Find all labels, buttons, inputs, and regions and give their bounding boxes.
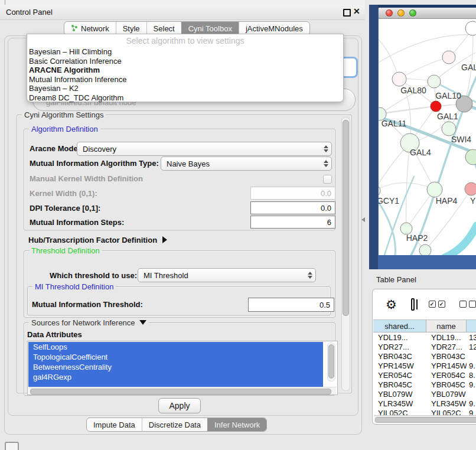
attribute-item-selfloops[interactable]: SelfLoops bbox=[28, 342, 323, 352]
zoom-traffic-light[interactable] bbox=[409, 9, 416, 17]
network-node[interactable] bbox=[465, 182, 476, 195]
mi-steps-field[interactable]: 6 bbox=[250, 216, 335, 229]
network-node[interactable] bbox=[442, 51, 455, 64]
table-body: YDL19...YDL19...13YDR27...YDR27...12YBR0… bbox=[373, 332, 476, 418]
table-row[interactable]: YPR145WYPR145W9. bbox=[373, 361, 476, 370]
network-node[interactable] bbox=[442, 122, 456, 136]
collapsed-arrow-icon bbox=[162, 236, 167, 243]
tab-cyni-toolbox[interactable]: Cyni Toolbox bbox=[181, 22, 239, 35]
mode-tab-infer-network[interactable]: Infer Network bbox=[207, 418, 266, 431]
table-cell: 9. bbox=[467, 361, 476, 370]
attribute-item-betweennesscentrality[interactable]: BetweennessCentrality bbox=[28, 362, 323, 372]
network-node[interactable] bbox=[465, 149, 476, 165]
network-node[interactable] bbox=[392, 72, 406, 86]
table-row[interactable]: YLR345WYLR345W9. bbox=[373, 399, 476, 408]
table-row[interactable]: YBR045CYBR045C9. bbox=[373, 380, 476, 389]
minimize-traffic-light[interactable] bbox=[397, 9, 405, 17]
table-hscrollbar-thumb[interactable] bbox=[375, 417, 476, 423]
attribute-item-topologicalcoefficient[interactable]: TopologicalCoefficient bbox=[28, 352, 323, 362]
floating-panel-icon[interactable] bbox=[5, 442, 19, 450]
kernel-width-label: Kernel Width (0,1): bbox=[30, 189, 97, 198]
column-header-shared[interactable]: shared... bbox=[373, 320, 426, 332]
settings-scrollbar-thumb[interactable] bbox=[343, 120, 349, 316]
table-row[interactable]: YDR27...YDR27...12 bbox=[373, 342, 476, 351]
table-cell: YBR043C bbox=[426, 351, 467, 361]
table-hscrollbar[interactable] bbox=[374, 415, 476, 423]
kernel-width-field[interactable]: 0.0 bbox=[250, 187, 335, 200]
attributes-hscrollbar-thumb[interactable] bbox=[30, 389, 331, 394]
table-cell: YLR345W bbox=[373, 399, 426, 408]
algorithm-option-bayesian-hill-climbing[interactable]: Bayesian – Hill Climbing bbox=[29, 47, 341, 57]
close-icon[interactable]: ✕ bbox=[353, 6, 360, 16]
attributes-vscrollbar[interactable] bbox=[327, 343, 335, 381]
mi-threshold-label: Mutual Information Threshold: bbox=[32, 300, 143, 309]
algorithm-option-aracne-algorithm[interactable]: ARACNE Algorithm bbox=[29, 66, 341, 75]
mode-tab-impute-data[interactable]: Impute Data bbox=[87, 418, 142, 431]
data-attributes-items: SelfLoopsTopologicalCoefficientBetweenne… bbox=[28, 342, 323, 387]
mode-tab-discretize-data[interactable]: Discretize Data bbox=[142, 418, 207, 431]
unchecked-box-icon bbox=[469, 301, 476, 308]
algorithm-option-mutual-information-inference[interactable]: Mutual Information Inference bbox=[29, 75, 341, 84]
sources-toggle[interactable]: Sources for Network Inference bbox=[29, 318, 149, 327]
algorithm-option-basic-correlation-inference[interactable]: Basic Correlation Inference bbox=[29, 57, 341, 66]
network-canvas[interactable]: GALGAL80GAL10GAL1GAL11SWI4GAL4GCY1HAP4YH… bbox=[379, 19, 476, 255]
network-node[interactable] bbox=[400, 223, 412, 234]
settings-scrollbar[interactable] bbox=[341, 117, 350, 391]
table-row[interactable]: YER054CYER054C8. bbox=[373, 370, 476, 380]
network-tree-icon bbox=[71, 24, 78, 33]
stepper-arrows-icon bbox=[324, 145, 328, 152]
network-node[interactable] bbox=[465, 21, 476, 35]
mi-type-combo[interactable]: Naive Bayes bbox=[161, 156, 332, 171]
tab-label: Cyni Toolbox bbox=[188, 24, 232, 33]
mi-type-value: Naive Bayes bbox=[161, 159, 210, 168]
node-label: HAP2 bbox=[406, 233, 428, 243]
attributes-vscrollbar-thumb[interactable] bbox=[328, 344, 334, 379]
cyni-mode-tabs: Impute DataDiscretize DataInfer Network bbox=[86, 418, 267, 432]
mi-threshold-field[interactable]: 0.5 bbox=[248, 298, 334, 312]
network-window-titlebar[interactable] bbox=[379, 8, 476, 19]
tab-select[interactable]: Select bbox=[146, 22, 181, 35]
table-panel-title: Table Panel bbox=[376, 275, 416, 284]
top-tick-divider bbox=[5, 0, 5, 5]
control-panel-title: Control Panel bbox=[6, 8, 53, 17]
select-all-checks-icon[interactable]: ✓✓ bbox=[429, 301, 445, 308]
network-node[interactable] bbox=[379, 185, 380, 197]
network-node[interactable] bbox=[427, 182, 442, 197]
hub-definition-toggle[interactable]: Hub/Transcription Factor Definition bbox=[28, 236, 167, 244]
table-cell: YER054C bbox=[426, 370, 467, 380]
manual-kernel-checkbox[interactable] bbox=[323, 175, 332, 184]
tab-jactivemnodules[interactable]: jActiveMNodules bbox=[239, 22, 309, 35]
table-cell: 9. bbox=[467, 380, 476, 389]
splitpane-collapse-icon[interactable] bbox=[361, 217, 365, 222]
stepper-arrows-icon bbox=[308, 272, 312, 279]
column-header-name[interactable]: name bbox=[426, 320, 467, 332]
deselect-all-boxes-icon[interactable] bbox=[459, 301, 476, 308]
which-threshold-combo[interactable]: MI Threshold bbox=[138, 268, 316, 282]
table-row[interactable]: YBL079WYBL079W bbox=[373, 389, 476, 399]
data-attributes-label: Data Attributes bbox=[27, 330, 82, 339]
tab-network[interactable]: Network bbox=[64, 22, 116, 35]
table-row[interactable]: YBR043CYBR043C bbox=[373, 351, 476, 361]
dpi-tolerance-label: DPI Tolerance [0,1]: bbox=[30, 204, 100, 213]
network-node[interactable] bbox=[419, 244, 431, 255]
table-cell: 8. bbox=[467, 370, 476, 380]
which-threshold-value: MI Threshold bbox=[138, 271, 188, 280]
split-columns-icon[interactable] bbox=[411, 298, 415, 311]
mi-threshold-group-title: MI Threshold Definition bbox=[32, 282, 116, 291]
table-row[interactable]: YDL19...YDL19...13 bbox=[373, 332, 476, 342]
network-node[interactable] bbox=[428, 75, 441, 88]
dpi-tolerance-field[interactable]: 0.0 bbox=[250, 201, 335, 214]
settings-gear-icon[interactable]: ⚙ bbox=[386, 298, 397, 311]
network-node[interactable] bbox=[431, 101, 441, 112]
algorithm-option-dream8-dc-tdc-algorithm[interactable]: Dream8 DC_TDC Algorithm bbox=[29, 93, 341, 103]
attributes-hscrollbar[interactable] bbox=[28, 387, 336, 394]
column-header-blank[interactable] bbox=[467, 320, 476, 332]
algorithm-option-bayesian-k2[interactable]: Bayesian – K2 bbox=[29, 84, 341, 93]
aracne-mode-combo[interactable]: Discovery bbox=[77, 142, 332, 156]
tab-style[interactable]: Style bbox=[116, 22, 146, 35]
tab-label: jActiveMNodules bbox=[246, 24, 303, 33]
close-traffic-light[interactable] bbox=[386, 9, 393, 17]
attribute-item-gal4rgexp[interactable]: gal4RGexp bbox=[28, 372, 323, 382]
float-panel-icon[interactable] bbox=[343, 9, 351, 17]
apply-button[interactable]: Apply bbox=[158, 398, 201, 413]
